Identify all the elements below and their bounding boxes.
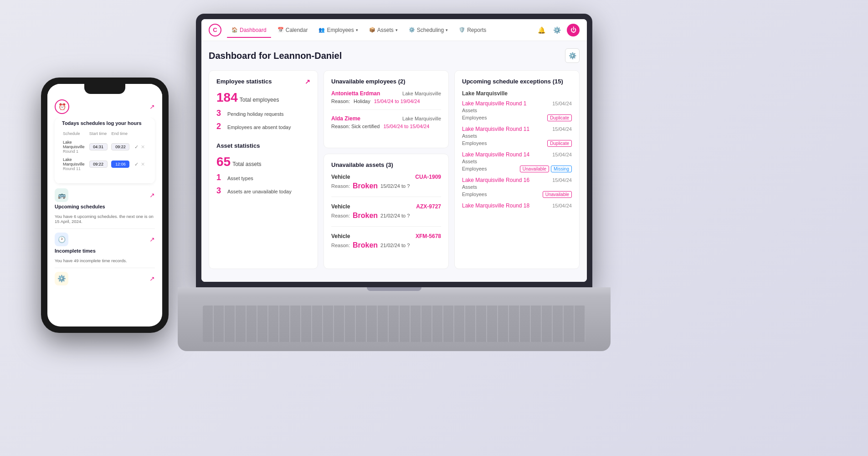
page-title: Dashboard for Leannon-Daniel xyxy=(209,51,342,61)
end-time-2[interactable]: 12:06 xyxy=(111,156,133,172)
phone-notch xyxy=(84,84,125,94)
nav-item-calendar[interactable]: 📅 Calendar xyxy=(273,25,313,35)
phone-arrow-icon[interactable]: ↗ xyxy=(149,103,155,110)
absent-count: 2 xyxy=(216,122,225,131)
asset-reason-label-2: Reason: xyxy=(331,213,350,218)
power-btn[interactable]: ⏻ xyxy=(567,24,580,36)
nav-item-dashboard[interactable]: 🏠 Dashboard xyxy=(227,25,271,35)
exception-item-1: Lake Marquisville Round 1 15/04/24 Asset… xyxy=(462,100,572,121)
unavail-name-1[interactable]: Antonietta Erdman xyxy=(331,90,380,97)
upcoming-arrow[interactable]: ↗ xyxy=(149,192,155,199)
nav-item-scheduling[interactable]: ⚙️ Scheduling ▾ xyxy=(404,25,452,35)
exception-sub2-4: Employees xyxy=(462,192,487,197)
pending-row: 3 Pending holiday requests xyxy=(216,109,310,118)
divider-1 xyxy=(55,228,155,229)
unavail-reason-row-2: Reason: Sick certified 15/04/24 to 15/04… xyxy=(331,124,441,129)
dashboard-settings-btn[interactable]: ⚙️ xyxy=(565,48,580,63)
unavailable-employees-title: Unavailable employees (2) xyxy=(331,78,441,85)
exception-name-4[interactable]: Lake Marquisville Round 16 15/04/24 xyxy=(462,177,572,183)
scene: ⏰ ↗ Todays schedules log your hours Sche… xyxy=(0,0,868,456)
asset-unavail-label: Assets are unavailable today xyxy=(227,189,292,194)
cancel-btn-1[interactable]: ✕ xyxy=(141,144,145,150)
unavail-date-1: 15/04/24 to 19/04/24 xyxy=(374,98,420,104)
unavail-person-2: Alda Zieme Lake Marquisville Reason: Sic… xyxy=(331,115,441,135)
scheduling-chevron: ▾ xyxy=(446,28,448,32)
start-time-2[interactable]: 09:22 xyxy=(89,156,111,172)
nav-label-employees: Employees xyxy=(327,27,354,33)
exception-item-3: Lake Marquisville Round 14 15/04/24 Asse… xyxy=(462,151,572,172)
divider-2 xyxy=(55,268,155,268)
cancel-btn-2[interactable]: ✕ xyxy=(141,161,145,167)
employee-stats-arrow[interactable]: ↗ xyxy=(305,78,310,85)
asset-types-label: Asset types xyxy=(227,176,253,181)
exception-date-2: 15/04/24 xyxy=(552,126,572,132)
star-arrow[interactable]: ↗ xyxy=(149,275,155,282)
employees-icon: 👥 xyxy=(318,27,325,33)
total-label: Total employees xyxy=(240,97,279,103)
laptop-screen-outer: C 🏠 Dashboard 📅 Calendar 👥 Employees xyxy=(196,14,592,287)
employee-stats-title: ↗ Employee statistics xyxy=(216,78,310,85)
exception-sub2-3: Employees xyxy=(462,166,487,171)
settings-btn[interactable]: ⚙️ xyxy=(551,25,562,36)
unavail-location-1: Lake Marquisville xyxy=(402,91,441,96)
asset-total-label: Total assets xyxy=(232,161,261,167)
clock-icon: ⏰ xyxy=(55,99,69,114)
exception-item-4: Lake Marquisville Round 16 15/04/24 Asse… xyxy=(462,177,572,198)
nav-item-employees[interactable]: 👥 Employees ▾ xyxy=(314,25,362,35)
unavailable-assets-title: Unavailable assets (3) xyxy=(331,161,441,168)
exception-location: Lake Marquisville xyxy=(462,90,572,97)
exception-date-3: 15/04/24 xyxy=(552,152,572,157)
table-row: Lake Marquisville Round 11 09:22 xyxy=(63,156,147,172)
exception-name-1[interactable]: Lake Marquisville Round 1 15/04/24 xyxy=(462,100,572,107)
calendar-icon: 📅 xyxy=(277,27,284,33)
notification-btn[interactable]: 🔔 xyxy=(536,25,547,36)
col-end: End time xyxy=(111,131,133,138)
exception-name-5[interactable]: Lake Marquisville Round 18 15/04/24 xyxy=(462,202,572,209)
check-btn-2[interactable]: ✓ xyxy=(134,161,139,167)
exception-name-2[interactable]: Lake Marquisville Round 11 15/04/24 xyxy=(462,126,572,132)
phone-screen: ⏰ ↗ Todays schedules log your hours Sche… xyxy=(47,84,162,326)
unavailable-assets-card: Unavailable assets (3) Vehicle CUA-1909 … xyxy=(324,154,449,269)
keyboard-keys xyxy=(203,306,586,342)
col-actions xyxy=(134,131,147,138)
upcoming-icon: 🚌 xyxy=(55,188,68,202)
unavail-name-2[interactable]: Alda Zieme xyxy=(331,115,360,122)
app-logo: C xyxy=(209,24,221,36)
exception-name-3[interactable]: Lake Marquisville Round 14 15/04/24 xyxy=(462,151,572,158)
nav-label-dashboard: Dashboard xyxy=(240,27,267,33)
dash-header: Dashboard for Leannon-Daniel ⚙️ xyxy=(209,48,580,63)
start-time-1[interactable]: 04:31 xyxy=(89,139,111,155)
incomplete-arrow[interactable]: ↗ xyxy=(149,236,155,243)
nav-item-reports[interactable]: 🛡️ Reports xyxy=(454,25,491,35)
check-btn-1[interactable]: ✓ xyxy=(134,144,139,150)
schedule-exceptions-card: Upcoming schedule exceptions (15) Lake M… xyxy=(454,70,580,269)
end-time-1[interactable]: 09:22 xyxy=(111,139,133,155)
nav-label-reports: Reports xyxy=(467,27,486,33)
nav-item-assets[interactable]: 📦 Assets ▾ xyxy=(365,25,402,35)
exception-sub1-3: Assets xyxy=(462,159,572,164)
dashboard-grid: ↗ Employee statistics 184 Total employee… xyxy=(209,70,580,269)
exception-sub2-2: Employees xyxy=(462,140,487,146)
asset-total-count: 65 xyxy=(216,155,231,169)
pending-label: Pending holiday requests xyxy=(227,111,284,117)
row-actions-2: ✓ ✕ xyxy=(134,156,147,172)
schedule-location-1: Lake Marquisville Round 1 xyxy=(63,139,88,155)
exception-sub1-2: Assets xyxy=(462,133,572,139)
exception-item-5: Lake Marquisville Round 18 15/04/24 xyxy=(462,202,572,209)
reports-icon: 🛡️ xyxy=(459,27,465,33)
total-employees-row: 184 Total employees xyxy=(216,90,310,105)
asset-reason-3: Broken xyxy=(353,241,378,249)
asset-id-2[interactable]: AZX-9727 xyxy=(416,203,441,210)
asset-id-1[interactable]: CUA-1909 xyxy=(415,174,441,180)
exception-tags-1: Duplicate xyxy=(547,114,572,121)
employees-chevron: ▾ xyxy=(356,28,358,32)
dash-content: Dashboard for Leannon-Daniel ⚙️ ↗ Employ… xyxy=(201,41,587,282)
unavail-reason-label-1: Reason: xyxy=(331,98,350,104)
employee-stats-card: ↗ Employee statistics 184 Total employee… xyxy=(209,70,318,269)
exception-tags-3: Unavailable Missing xyxy=(520,166,572,172)
asset-item-1: Vehicle CUA-1909 Reason: Broken 15/02/24… xyxy=(331,174,441,197)
total-assets-row: 65 Total assets xyxy=(216,155,310,169)
tag-duplicate-1: Duplicate xyxy=(547,114,572,121)
asset-id-3[interactable]: XFM-5678 xyxy=(416,233,441,239)
exception-sub1-4: Assets xyxy=(462,184,572,190)
